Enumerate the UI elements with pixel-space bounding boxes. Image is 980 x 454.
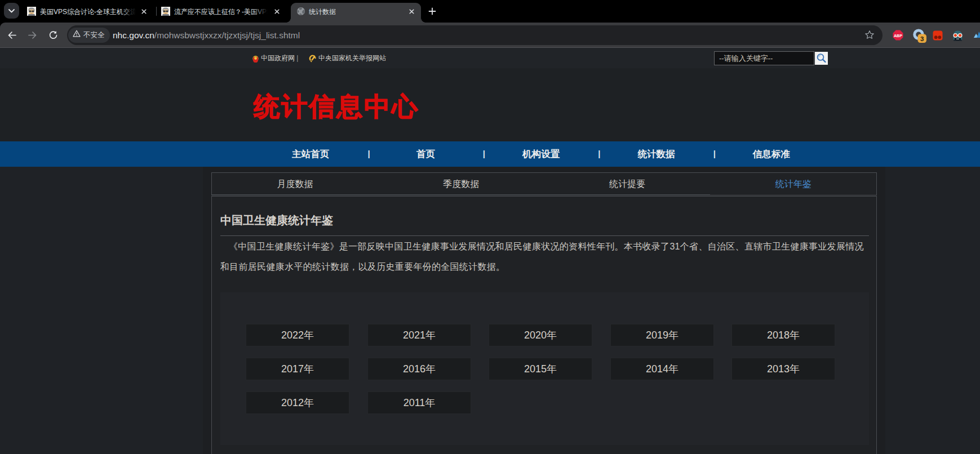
svg-text:3: 3 [920,35,924,42]
svg-text:ABP: ABP [894,33,902,38]
